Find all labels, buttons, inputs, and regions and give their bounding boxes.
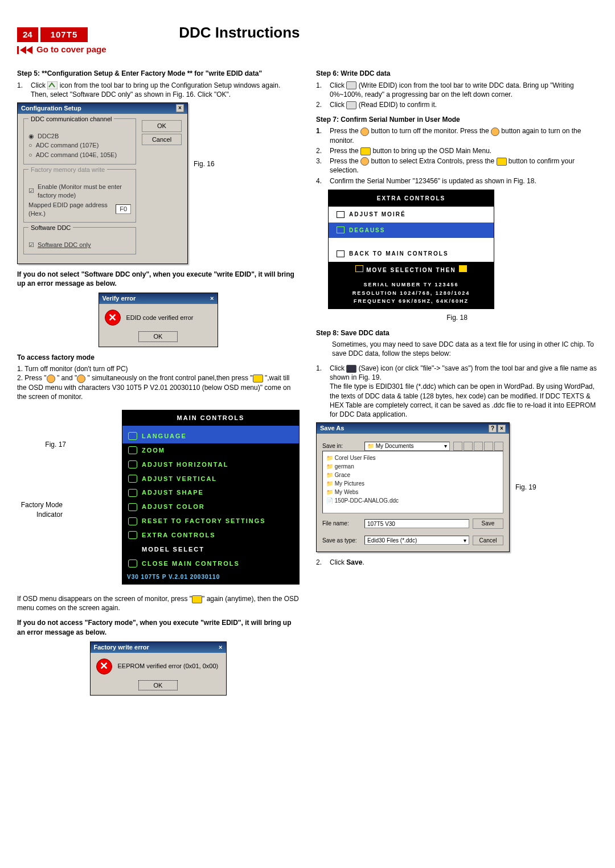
step6-title: Step 6: Write DDC data [316, 69, 598, 78]
main-controls-osd: MAIN CONTROLS LANGUAGE ZOOM ADJUST HORIZ… [122, 410, 299, 584]
ok-button-icon [192, 595, 202, 603]
zoom-icon [128, 446, 137, 454]
reset-icon [128, 517, 137, 525]
svg-rect-3 [47, 81, 58, 89]
cover-link-text[interactable]: Go to cover page [36, 44, 106, 55]
radio-ddc2b[interactable]: ◉DDC2B [28, 132, 131, 141]
adjust-shape-icon [128, 489, 137, 497]
right-column: Step 6: Write DDC data 1.Click (Write ED… [316, 63, 598, 700]
access-step1: 1. Turn off monitor (don't turn off PC) [17, 364, 299, 373]
ok-button[interactable]: OK [138, 331, 178, 342]
ok-button-icon [360, 147, 371, 155]
save-icon [346, 365, 356, 373]
read-edid-icon [346, 101, 356, 109]
radio-adc104e[interactable]: ○ADC command (104E, 105E) [28, 151, 131, 159]
access-step2: 2. Press " " and " " simultaneously on t… [17, 373, 299, 401]
ok-button[interactable]: OK [142, 120, 182, 132]
help-icon[interactable]: ? [489, 425, 497, 433]
fig19-label: Fig. 19 [515, 483, 536, 492]
write-edid-icon [346, 81, 356, 89]
indicator-label: Indicator [17, 510, 63, 519]
model-badge: 107T5 [40, 27, 88, 42]
close-controls-icon [128, 560, 137, 567]
fig16-label: Fig. 16 [194, 102, 215, 168]
language-icon [128, 432, 137, 440]
page-number-badge: 24 [17, 27, 38, 42]
extra-icon [128, 531, 137, 539]
step5-title: Step 5: **Configuration Setup & Enter Fa… [17, 69, 299, 78]
dialog-toolbar-icons[interactable] [453, 442, 503, 451]
factory-write-error-dialog: Factory write error× ✕EEPROM verified er… [90, 641, 227, 696]
cover-link-row[interactable]: Go to cover page [17, 44, 598, 55]
config-dialog-title: Configuration Setup [21, 104, 81, 113]
close-icon[interactable]: × [176, 104, 184, 112]
access-factory-title: To access factory mode [17, 353, 299, 362]
plus-button-icon [360, 157, 369, 166]
save-as-dialog: Save As ?× Save in: 📁 My Documents▾ 📁 Co… [316, 422, 510, 552]
check-software-ddc-only[interactable]: ☑Software DDC only [28, 241, 131, 249]
power-button-icon [491, 127, 499, 136]
verify-error-dialog: Verify error× ✕EDID code verified error … [99, 293, 218, 347]
extra-controls-osd: EXTRA CONTROLS ADJUST MOIRÉ DEGAUSS BACK… [329, 190, 494, 309]
adjust-v-icon [128, 475, 137, 483]
error-icon: ✕ [96, 659, 112, 674]
step7-title: Step 7: Confirm Serial Number in User Mo… [316, 115, 598, 124]
filename-input[interactable]: 107T5 V30 [364, 519, 469, 528]
adjust-color-icon [128, 503, 137, 511]
minus-button-icon [47, 375, 55, 383]
factory-mode-label: Factory Mode [17, 500, 63, 509]
fig17-label: Fig. 17 [17, 440, 66, 449]
error-icon: ✕ [105, 310, 121, 326]
fig18-label: Fig. 18 [316, 313, 598, 322]
svg-rect-0 [17, 46, 19, 54]
radio-adc107e[interactable]: ○ADC command (107E) [28, 141, 131, 150]
save-button[interactable]: Save [473, 519, 503, 529]
post-osd-note: If OSD menu disappears on the screen of … [17, 594, 299, 612]
ok-button-icon [253, 375, 263, 382]
moire-icon [337, 211, 345, 218]
svg-marker-1 [20, 46, 26, 54]
close-icon[interactable]: × [210, 294, 214, 303]
step8-title: Step 8: Save DDC data [316, 328, 598, 338]
config-setup-dialog: Configuration Setup× DDC communication c… [17, 102, 188, 264]
filetype-select[interactable]: Edid30 Files (*.ddc)▾ [364, 536, 469, 545]
cancel-button[interactable]: Cancel [142, 134, 182, 146]
back-icon [337, 250, 345, 257]
cancel-button[interactable]: Cancel [473, 536, 503, 546]
rewind-icon[interactable] [17, 45, 33, 55]
degauss-icon [337, 227, 345, 233]
warn-factory-mode: If you do not access "Factory mode", whe… [17, 618, 299, 636]
left-column: Step 5: **Configuration Setup & Enter Fa… [17, 63, 299, 700]
check-enable-factory[interactable]: ☑Enable (Monitor must be enter factory m… [28, 183, 131, 200]
config-icon [47, 81, 58, 89]
step5-item1: Click icon from the tool bar to bring up… [31, 81, 299, 99]
close-icon[interactable]: × [219, 643, 222, 652]
ok-button-icon [497, 158, 507, 166]
close-icon[interactable]: × [498, 425, 506, 433]
svg-marker-2 [26, 46, 32, 54]
warn-software-ddc: If you do not select "Software DDC only"… [17, 270, 299, 288]
file-list[interactable]: 📁 Corel User Files 📁 german 📁 Grace 📁 My… [322, 451, 503, 513]
power-button-icon [77, 375, 85, 383]
ok-button[interactable]: OK [138, 680, 178, 691]
page-header: 24 107T5 DDC Instructions [17, 23, 598, 43]
step8-item2: Click Save. [330, 558, 598, 567]
step8-intro: Sometimes, you may need to save DDC data… [332, 340, 598, 358]
save-in-select[interactable]: 📁 My Documents▾ [364, 442, 450, 451]
power-button-icon [360, 127, 369, 136]
adjust-h-icon [128, 460, 137, 468]
page-title: DDC Instructions [179, 23, 300, 43]
